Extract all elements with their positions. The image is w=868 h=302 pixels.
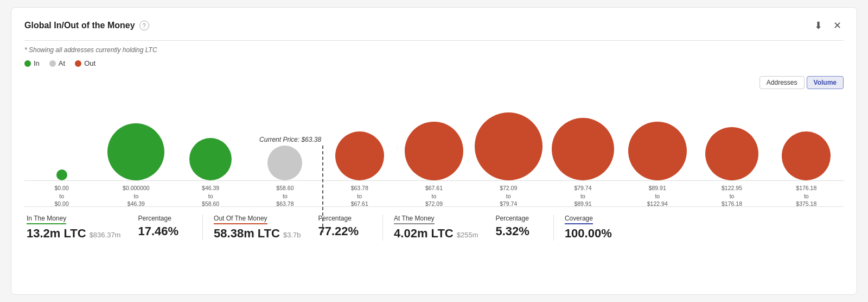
bubble-col-8 <box>546 118 620 180</box>
bubble-3 <box>189 138 232 180</box>
legend-dot-at <box>49 60 56 67</box>
bubble-1 <box>56 169 67 180</box>
bubble-10 <box>705 127 758 180</box>
bubble-col-4: Current Price: $63.38 <box>248 146 322 180</box>
stat-in-pct-label: Percentage <box>138 215 178 222</box>
bubble-col-2 <box>99 123 173 180</box>
bubble-11 <box>782 131 831 180</box>
stat-in-value: 13.2m LTC $836.37m <box>27 226 120 241</box>
bubble-col-11 <box>769 131 844 180</box>
stats-row: In The Money 13.2m LTC $836.37m Percenta… <box>24 206 844 241</box>
legend-label-out: Out <box>84 59 95 67</box>
addresses-button[interactable]: Addresses <box>760 76 805 89</box>
divider-1 <box>202 215 203 241</box>
x-label-6: $67.61to$72.09 <box>397 184 471 208</box>
header-left: Global In/Out of the Money ? <box>24 21 149 30</box>
x-label-7: $72.09to$79.74 <box>471 184 546 208</box>
legend-in: In <box>24 59 40 67</box>
stat-coverage-label: Coverage <box>565 215 612 224</box>
stat-out-label: Out Of The Money <box>214 215 301 224</box>
bubble-col-9 <box>620 122 694 180</box>
bubble-col-1 <box>24 169 99 180</box>
bubble-2 <box>107 123 164 180</box>
bubble-5 <box>335 131 384 180</box>
legend: In At Out <box>24 59 844 67</box>
stat-in-pct-value: 17.46% <box>138 224 178 238</box>
stat-out-pct-label: Percentage <box>318 215 359 222</box>
legend-label-in: In <box>34 59 40 67</box>
bubble-col-7 <box>471 112 546 180</box>
bubble-col-5 <box>322 131 397 180</box>
stat-at-pct-label: Percentage <box>495 215 529 222</box>
stat-at-pct-value: 5.32% <box>495 224 529 238</box>
header-actions: ⬇ ✕ <box>812 18 844 33</box>
legend-out: Out <box>75 59 95 67</box>
x-label-9: $89.91to$122.94 <box>620 184 694 208</box>
download-button[interactable]: ⬇ <box>812 18 825 33</box>
stat-out-pct: Percentage 77.22% <box>316 215 374 238</box>
divider-3 <box>553 215 554 241</box>
card-header: Global In/Out of the Money ? ⬇ ✕ <box>24 18 844 41</box>
stat-out-value: 58.38m LTC $3.7b <box>214 226 301 241</box>
divider-2 <box>382 215 383 241</box>
main-card: Global In/Out of the Money ? ⬇ ✕ * Showi… <box>11 7 857 295</box>
stat-coverage: Coverage 100.00% <box>563 215 627 241</box>
current-price-label: Current Price: $63.38 <box>259 136 321 143</box>
bubbles-container: Current Price: $63.38 <box>24 93 844 180</box>
legend-dot-out <box>75 60 81 67</box>
x-label-3: $46.39to$58.60 <box>174 184 248 208</box>
x-label-1: $0.00to$0.00 <box>24 184 99 208</box>
x-label-5: $63.78to$67.61 <box>322 184 397 208</box>
stat-at-label: At The Money <box>394 215 478 224</box>
stat-out-the-money: Out Of The Money 58.38m LTC $3.7b <box>212 215 316 241</box>
x-label-11: $176.18to$375.18 <box>769 184 844 208</box>
chart-area: ⬡ IntoTheBlock Current Price: $63.38 <box>24 93 844 202</box>
close-button[interactable]: ✕ <box>831 18 844 33</box>
x-label-8: $79.74to$89.91 <box>546 184 620 208</box>
bubble-4 <box>267 146 302 180</box>
chart-controls: Addresses Volume <box>24 76 844 89</box>
bubble-9 <box>628 122 687 180</box>
bubble-col-10 <box>694 127 769 180</box>
volume-button[interactable]: Volume <box>807 76 844 89</box>
bubble-col-3 <box>174 138 248 180</box>
bubble-6 <box>405 122 463 180</box>
stat-out-pct-value: 77.22% <box>318 224 359 238</box>
x-label-4: $58.60to$63.78 <box>248 184 322 208</box>
stat-at-pct: Percentage 5.32% <box>493 215 544 238</box>
bubble-8 <box>552 118 614 180</box>
legend-dot-in <box>24 60 31 67</box>
x-axis: $0.00to$0.00 $0.000000to$46.39 $46.39to$… <box>24 180 844 208</box>
legend-at: At <box>49 59 65 67</box>
x-label-10: $122.95to$176.18 <box>694 184 769 208</box>
stat-in-the-money: In The Money 13.2m LTC $836.37m <box>24 215 136 241</box>
card-title: Global In/Out of the Money <box>24 21 135 30</box>
x-label-2: $0.000000to$46.39 <box>99 184 173 208</box>
stat-at-value: 4.02m LTC $255m <box>394 226 478 241</box>
legend-label-at: At <box>59 59 65 67</box>
subtitle: * Showing all addresses currently holdin… <box>24 46 844 54</box>
stat-in-pct: Percentage 17.46% <box>136 215 194 238</box>
stat-at-the-money: At The Money 4.02m LTC $255m <box>392 215 493 241</box>
stat-in-label: In The Money <box>27 215 120 224</box>
help-icon[interactable]: ? <box>139 21 149 30</box>
bubble-7 <box>475 112 542 180</box>
bubble-col-6 <box>397 122 471 180</box>
stat-coverage-value: 100.00% <box>565 226 612 241</box>
